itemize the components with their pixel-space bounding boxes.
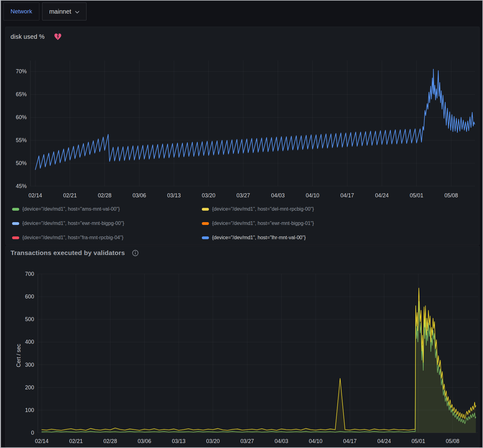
legend-item[interactable]: {device="/dev/md1", host="lhr-mnt-val-00… [202, 231, 471, 245]
svg-text:100: 100 [25, 407, 34, 413]
legend-swatch [202, 208, 209, 211]
svg-text:04/10: 04/10 [306, 192, 319, 199]
network-value[interactable]: mainnet [49, 8, 71, 15]
svg-text:05/01: 05/01 [410, 192, 423, 199]
svg-text:03/20: 03/20 [202, 192, 215, 199]
svg-text:200: 200 [25, 384, 34, 391]
svg-text:50%: 50% [16, 160, 27, 166]
svg-text:04/10: 04/10 [309, 438, 322, 444]
svg-text:65%: 65% [16, 91, 27, 97]
svg-text:05/01: 05/01 [412, 438, 425, 444]
svg-text:04/03: 04/03 [271, 192, 285, 199]
legend-label: {device="/dev/md1", host="ewr-mnt-bigpg-… [22, 221, 124, 226]
legend-swatch [202, 222, 209, 225]
legend-label: {device="/dev/md1", host="ewr-mnt-bigpg-… [212, 221, 314, 226]
svg-text:02/28: 02/28 [98, 192, 112, 199]
svg-text:70%: 70% [16, 68, 27, 74]
info-icon[interactable] [132, 249, 139, 257]
svg-text:400: 400 [25, 339, 34, 345]
svg-text:02/14: 02/14 [29, 192, 42, 199]
legend-swatch [12, 208, 19, 211]
panel-disk-used: disk used % 45%50%55%60%65%70%02/1402/21… [5, 27, 480, 245]
svg-text:02/21: 02/21 [63, 192, 77, 199]
svg-text:60%: 60% [16, 114, 27, 120]
panel-transactions-header[interactable]: Transactions executed by validators [6, 246, 479, 257]
svg-text:04/03: 04/03 [275, 438, 288, 444]
svg-text:05/08: 05/08 [444, 192, 458, 199]
chevron-down-icon [75, 11, 79, 14]
svg-text:02/21: 02/21 [69, 438, 83, 444]
svg-text:04/17: 04/17 [343, 438, 357, 444]
network-variable-label: Network [3, 2, 39, 20]
dashboard-variables: Network mainnet [3, 2, 86, 20]
svg-text:600: 600 [25, 293, 34, 300]
svg-text:500: 500 [25, 316, 34, 322]
svg-text:04/17: 04/17 [340, 192, 354, 199]
legend-swatch [12, 222, 19, 225]
svg-text:04/24: 04/24 [377, 438, 391, 444]
svg-text:05/08: 05/08 [446, 438, 459, 444]
svg-text:45%: 45% [16, 183, 27, 189]
panel-transactions: Transactions executed by validators Cert… [5, 246, 480, 447]
legend-swatch [202, 236, 209, 239]
svg-text:02/28: 02/28 [104, 438, 117, 444]
transactions-chart[interactable]: 010020030040050060070002/1402/2102/2803/… [6, 265, 480, 448]
broken-heart-icon [54, 33, 62, 40]
panel-title[interactable]: disk used % [11, 33, 45, 40]
legend-item[interactable]: {device="/dev/md1", host="ams-mnt-val-00… [12, 202, 202, 216]
network-label: Network [11, 8, 32, 15]
svg-text:55%: 55% [16, 137, 27, 143]
svg-text:03/13: 03/13 [167, 192, 181, 199]
svg-text:03/27: 03/27 [240, 438, 254, 444]
legend-label: {device="/dev/md1", host="del-mnt-rpcbig… [212, 206, 314, 212]
legend-item[interactable]: {device="/dev/md1", host="fra-mnt-rpcbig… [12, 231, 202, 245]
svg-text:02/14: 02/14 [35, 438, 49, 444]
svg-text:300: 300 [25, 362, 34, 368]
svg-text:03/20: 03/20 [206, 438, 220, 444]
disk-used-legend: {device="/dev/md1", host="ams-mnt-val-00… [12, 202, 471, 245]
svg-text:03/06: 03/06 [138, 438, 151, 444]
svg-text:03/13: 03/13 [172, 438, 186, 444]
panel-disk-used-header[interactable]: disk used % [6, 27, 479, 40]
legend-item[interactable]: {device="/dev/md1", host="ewr-mnt-bigpg-… [12, 216, 202, 231]
svg-text:04/24: 04/24 [375, 192, 389, 199]
panel-title[interactable]: Transactions executed by validators [11, 249, 125, 257]
legend-item[interactable]: {device="/dev/md1", host="ewr-mnt-bigpg-… [202, 216, 471, 231]
svg-text:0: 0 [31, 430, 34, 436]
svg-text:03/27: 03/27 [237, 192, 250, 199]
disk-used-chart[interactable]: 45%50%55%60%65%70%02/1402/2102/2803/0603… [6, 57, 480, 203]
legend-label: {device="/dev/md1", host="ams-mnt-val-00… [22, 206, 120, 212]
network-variable-select[interactable]: mainnet [42, 2, 86, 20]
legend-label: {device="/dev/md1", host="fra-mnt-rpcbig… [22, 235, 123, 240]
legend-label: {device="/dev/md1", host="lhr-mnt-val-00… [212, 235, 306, 240]
svg-text:700: 700 [25, 271, 34, 277]
legend-swatch [12, 236, 19, 239]
legend-item[interactable]: {device="/dev/md1", host="del-mnt-rpcbig… [202, 202, 471, 216]
svg-text:03/06: 03/06 [132, 192, 146, 199]
